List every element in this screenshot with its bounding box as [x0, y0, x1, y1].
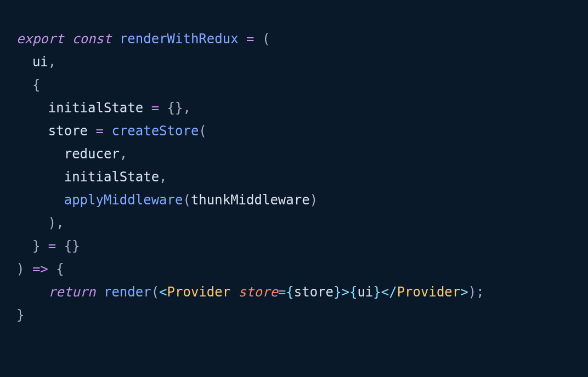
- code-content: export const renderWithRedux = ( ui, { i…: [16, 31, 484, 323]
- param-initialState: initialState: [16, 100, 143, 116]
- indent: [16, 284, 48, 300]
- punct-close-brace: }: [16, 238, 40, 254]
- param-ui: ui: [16, 54, 48, 70]
- keyword-export: export: [16, 31, 64, 47]
- space: [230, 284, 238, 300]
- punct-close-paren: ): [310, 192, 318, 208]
- punct-close-paren: ): [16, 215, 56, 231]
- jsx-bracket-open: </: [381, 284, 397, 300]
- function-applyMiddleware: applyMiddleware: [64, 192, 183, 208]
- punct-close-brace: }: [16, 307, 24, 323]
- param-reducer: reducer: [16, 146, 120, 162]
- jsx-bracket-open: <: [159, 284, 167, 300]
- punct-comma: ,: [183, 100, 190, 116]
- punct-open-paren: (: [183, 192, 190, 208]
- keyword-return: return: [48, 284, 96, 300]
- punct-empty-obj: {}: [167, 100, 183, 116]
- jsx-expr-close: }: [333, 284, 341, 300]
- jsx-expr-store: store: [294, 284, 333, 300]
- param-store: store: [16, 123, 88, 139]
- punct-comma: ,: [56, 215, 64, 231]
- jsx-tag-provider: Provider: [167, 284, 231, 300]
- operator-equals: =: [239, 31, 262, 47]
- indent: [16, 192, 64, 208]
- jsx-tag-provider: Provider: [397, 284, 461, 300]
- punct-open-paren: (: [262, 31, 270, 47]
- jsx-attr-store: store: [239, 284, 278, 300]
- operator-equals: =: [40, 238, 64, 254]
- operator-arrow: =>: [24, 261, 56, 277]
- function-renderWithRedux: renderWithRedux: [120, 31, 239, 47]
- jsx-bracket-close: >: [341, 284, 349, 300]
- space: [96, 284, 104, 300]
- jsx-expr-close: }: [373, 284, 381, 300]
- code-block: export const renderWithRedux = ( ui, { i…: [0, 0, 588, 343]
- punct-close-paren: ): [16, 261, 24, 277]
- jsx-expr-open: {: [349, 284, 357, 300]
- punct-open-paren: (: [151, 284, 159, 300]
- punct-close-paren: ): [468, 284, 476, 300]
- punct-comma: ,: [48, 54, 56, 70]
- punct-open-brace: {: [16, 77, 40, 93]
- operator-equals: =: [143, 100, 167, 116]
- punct-comma: ,: [120, 146, 127, 162]
- punct-empty-obj: {}: [64, 238, 80, 254]
- punct-open-brace: {: [56, 261, 64, 277]
- jsx-attr-equals: =: [278, 284, 286, 300]
- param-initialState: initialState: [16, 169, 159, 185]
- operator-equals: =: [88, 123, 111, 139]
- param-thunkMiddleware: thunkMiddleware: [191, 192, 310, 208]
- jsx-bracket-close: >: [460, 284, 468, 300]
- function-createStore: createStore: [111, 123, 199, 139]
- punct-comma: ,: [159, 169, 167, 185]
- jsx-expr-open: {: [286, 284, 293, 300]
- keyword-const: const: [72, 31, 111, 47]
- function-render: render: [104, 284, 151, 300]
- punct-open-paren: (: [199, 123, 206, 139]
- jsx-expr-ui: ui: [357, 284, 373, 300]
- punct-semicolon: ;: [476, 284, 484, 300]
